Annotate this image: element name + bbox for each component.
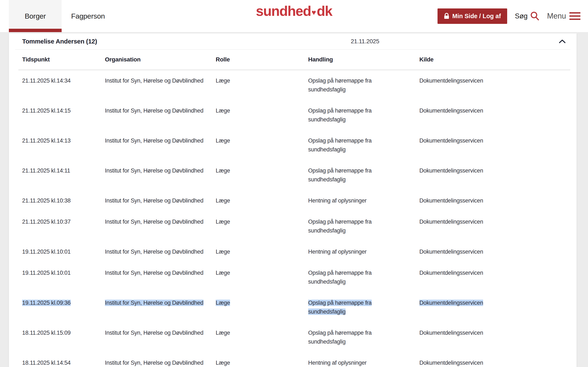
panel-date: 21.11.2025 (351, 38, 379, 45)
cell-rolle: Læge (216, 106, 308, 115)
tab-borger[interactable]: Borger (9, 0, 62, 32)
cell-handling: Opslag på høremappe fra sundhedsfaglig (308, 76, 378, 94)
cell-rolle: Læge (216, 136, 308, 145)
table-row: 18.11.2025 kl.14:54 Institut for Syn, Hø… (9, 352, 577, 367)
cell-tidspunkt: 19.11.2025 kl.09:36 (22, 298, 105, 307)
cell-tidspunkt: 21.11.2025 kl.14:11 (22, 166, 105, 175)
table-row: 21.11.2025 kl.14:34 Institut for Syn, Hø… (9, 70, 577, 100)
menu-button[interactable]: Menu (547, 12, 580, 20)
cell-kilde: Dokumentdelingsservicen (419, 217, 577, 226)
cell-kilde: Dokumentdelingsservicen (419, 166, 577, 175)
cell-kilde: Dokumentdelingsservicen (419, 358, 577, 367)
cell-tidspunkt: 21.11.2025 kl.14:13 (22, 136, 105, 145)
cell-organisation: Institut for Syn, Hørelse og Døvblindhed (105, 136, 216, 145)
cell-handling: Hentning af oplysninger (308, 358, 378, 367)
column-header-tidspunkt: Tidspunkt (22, 56, 50, 63)
cell-rolle: Læge (216, 217, 308, 226)
cell-organisation: Institut for Syn, Hørelse og Døvblindhed (105, 247, 216, 256)
cell-handling: Opslag på høremappe fra sundhedsfaglig (308, 166, 378, 184)
search-button[interactable]: Søg (515, 11, 539, 21)
chevron-up-icon (559, 39, 566, 43)
cell-tidspunkt: 18.11.2025 kl.14:54 (22, 358, 105, 367)
tab-borger-label: Borger (25, 12, 46, 20)
heart-icon: ♥ (311, 8, 316, 17)
menu-button-label: Menu (547, 12, 566, 20)
cell-handling: Opslag på høremappe fra sundhedsfaglig (308, 106, 378, 124)
header-actions: Min Side / Log af Søg Menu (438, 0, 580, 32)
cell-rolle: Læge (216, 358, 308, 367)
access-log-card: Tommelise Andersen (12) 21.11.2025 Tidsp… (9, 33, 577, 367)
cell-rolle: Læge (216, 196, 308, 205)
panel-title: Tommelise Andersen (12) (22, 38, 97, 45)
cell-organisation: Institut for Syn, Hørelse og Døvblindhed (105, 217, 216, 226)
cell-handling: Opslag på høremappe fra sundhedsfaglig (308, 268, 378, 286)
sundhed-dk-logo[interactable]: sundhed♥dk (256, 3, 332, 19)
table-row: 21.11.2025 kl.14:15 Institut for Syn, Hø… (9, 100, 577, 130)
cell-tidspunkt: 18.11.2025 kl.15:09 (22, 328, 105, 337)
table-row: 21.11.2025 kl.10:37 Institut for Syn, Hø… (9, 211, 577, 241)
tab-fagperson-label: Fagperson (71, 12, 105, 20)
cell-organisation: Institut for Syn, Hørelse og Døvblindhed (105, 358, 216, 367)
cell-organisation: Institut for Syn, Hørelse og Døvblindhed (105, 106, 216, 115)
column-header-organisation: Organisation (105, 56, 140, 63)
cell-handling: Hentning af oplysninger (308, 247, 378, 256)
cell-tidspunkt: 21.11.2025 kl.14:15 (22, 106, 105, 115)
cell-handling: Hentning af oplysninger (308, 196, 378, 205)
table-row: 18.11.2025 kl.15:09 Institut for Syn, Hø… (9, 322, 577, 352)
table-row: 19.11.2025 kl.09:36 Institut for Syn, Hø… (9, 292, 577, 322)
cell-kilde: Dokumentdelingsservicen (419, 328, 577, 337)
cell-organisation: Institut for Syn, Hørelse og Døvblindhed (105, 328, 216, 337)
table-row: 21.11.2025 kl.14:13 Institut for Syn, Hø… (9, 130, 577, 160)
table-row: 19.11.2025 kl.10:01 Institut for Syn, Hø… (9, 262, 577, 292)
cell-handling: Opslag på høremappe fra sundhedsfaglig (308, 298, 378, 316)
login-button-label: Min Side / Log af (452, 13, 501, 20)
table-row: 21.11.2025 kl.14:11 Institut for Syn, Hø… (9, 160, 577, 190)
cell-kilde: Dokumentdelingsservicen (419, 247, 577, 256)
cell-rolle: Læge (216, 166, 308, 175)
cell-kilde: Dokumentdelingsservicen (419, 196, 577, 205)
column-header-kilde: Kilde (419, 56, 433, 63)
cell-organisation: Institut for Syn, Hørelse og Døvblindhed (105, 196, 216, 205)
cell-kilde: Dokumentdelingsservicen (419, 268, 577, 277)
cell-rolle: Læge (216, 268, 308, 277)
cell-tidspunkt: 21.11.2025 kl.10:38 (22, 196, 105, 205)
cell-tidspunkt: 19.11.2025 kl.10:01 (22, 268, 105, 277)
cell-rolle: Læge (216, 328, 308, 337)
cell-tidspunkt: 19.11.2025 kl.10:01 (22, 247, 105, 256)
cell-kilde: Dokumentdelingsservicen (419, 298, 577, 307)
table-header-row: Tidspunkt Organisation Rolle Handling Ki… (9, 50, 577, 69)
table-row: 21.11.2025 kl.10:38 Institut for Syn, Hø… (9, 190, 577, 211)
logo-text-suffix: dk (317, 3, 332, 19)
search-button-label: Søg (515, 12, 528, 20)
panel-header: Tommelise Andersen (12) 21.11.2025 (9, 33, 577, 50)
site-header: Borger Fagperson sundhed♥dk Min Side / L… (0, 0, 588, 32)
logo-text-main: sundhed (256, 3, 311, 19)
cell-organisation: Institut for Syn, Hørelse og Døvblindhed (105, 166, 216, 175)
lock-icon (444, 13, 449, 19)
column-header-handling: Handling (308, 56, 333, 63)
min-side-log-af-button[interactable]: Min Side / Log af (438, 8, 507, 24)
search-icon (530, 11, 539, 21)
cell-tidspunkt: 21.11.2025 kl.14:34 (22, 76, 105, 85)
table-body: 21.11.2025 kl.14:34 Institut for Syn, Hø… (9, 70, 577, 367)
cell-handling: Opslag på høremappe fra sundhedsfaglig (308, 136, 378, 154)
tab-fagperson[interactable]: Fagperson (62, 0, 114, 32)
cell-rolle: Læge (216, 76, 308, 85)
hamburger-icon (569, 12, 580, 20)
cell-organisation: Institut for Syn, Hørelse og Døvblindhed (105, 76, 216, 85)
cell-rolle: Læge (216, 247, 308, 256)
cell-organisation: Institut for Syn, Hørelse og Døvblindhed (105, 268, 216, 277)
cell-handling: Opslag på høremappe fra sundhedsfaglig (308, 217, 378, 235)
cell-rolle: Læge (216, 298, 308, 307)
cell-kilde: Dokumentdelingsservicen (419, 76, 577, 85)
cell-kilde: Dokumentdelingsservicen (419, 136, 577, 145)
cell-organisation: Institut for Syn, Hørelse og Døvblindhed (105, 298, 216, 307)
table-row: 19.11.2025 kl.10:01 Institut for Syn, Hø… (9, 241, 577, 262)
cell-tidspunkt: 21.11.2025 kl.10:37 (22, 217, 105, 226)
cell-kilde: Dokumentdelingsservicen (419, 106, 577, 115)
cell-handling: Opslag på høremappe fra sundhedsfaglig (308, 328, 378, 346)
column-header-rolle: Rolle (216, 56, 230, 63)
collapse-button[interactable] (557, 38, 567, 45)
